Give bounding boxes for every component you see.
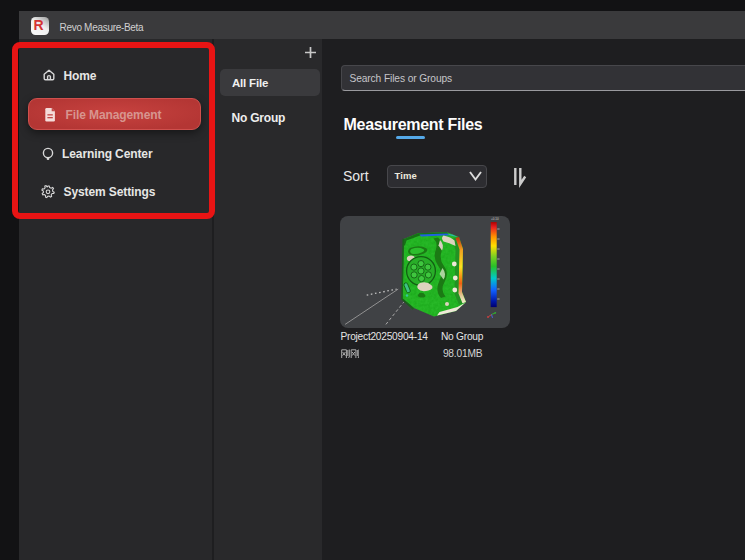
svg-text:+0.10: +0.10: [491, 217, 499, 221]
